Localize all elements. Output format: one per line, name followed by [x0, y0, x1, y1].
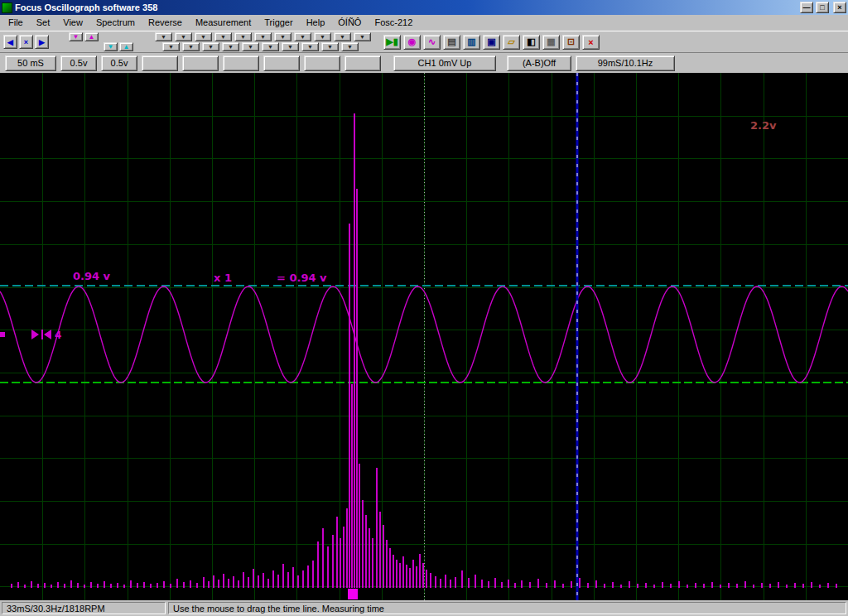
dropdown-a-7[interactable]: ▼ — [274, 32, 292, 41]
close-red-icon[interactable]: × — [582, 35, 600, 50]
param-slot-3[interactable] — [223, 55, 259, 71]
svg-text:4: 4 — [55, 330, 61, 341]
nav-group: ◀×▶ — [3, 35, 49, 49]
next-button[interactable]: ▶ — [35, 35, 49, 49]
dropdown-b-1[interactable]: ▼ — [162, 42, 180, 51]
app-window: Focus Oscillograph software 358 — □ × Fi… — [0, 0, 848, 616]
menu-item-file[interactable]: File — [2, 16, 30, 30]
dropdown-a-1[interactable]: ▼ — [155, 32, 172, 41]
toolbar-icon-group: ▶▮◉∿▤▥▣▱◧▦⊡× — [383, 35, 600, 50]
menu-item-set[interactable]: Set — [30, 16, 57, 30]
dropdown-a-4[interactable]: ▼ — [214, 32, 232, 41]
menu-item-trigger[interactable]: Trigger — [258, 16, 299, 30]
dropdown-a-8[interactable]: ▼ — [294, 32, 311, 41]
menu-item-fosc-212[interactable]: Fosc-212 — [368, 16, 419, 30]
scope-annotation-3: = 0.94 v — [277, 272, 327, 284]
param-slot-6[interactable] — [344, 55, 381, 71]
ch2-scale-up-button[interactable]: ▲ — [119, 42, 133, 51]
dropdown-row-2: ▼▼▼▼▼▼▼▼▼▼ — [162, 42, 371, 51]
prev-button[interactable]: ◀ — [3, 35, 17, 49]
scope-annotation-1: 0.94 v — [73, 270, 111, 282]
ch2-scale-down-button[interactable]: ▼ — [104, 42, 118, 51]
maximize-button[interactable]: □ — [816, 2, 829, 13]
dropdown-a-2[interactable]: ▼ — [175, 32, 192, 41]
dropdown-b-10[interactable]: ▼ — [341, 42, 359, 51]
menu-item-reverse[interactable]: Reverse — [142, 16, 189, 30]
param-measure[interactable]: 99mS/10.1Hz — [576, 55, 675, 71]
window-title: Focus Oscillograph software 358 — [15, 2, 797, 12]
stop-button[interactable]: × — [19, 35, 33, 49]
dropdown-b-5[interactable]: ▼ — [242, 42, 259, 51]
menu-item-measurement[interactable]: Measurement — [189, 16, 258, 30]
open-folder-icon[interactable]: ▱ — [503, 35, 520, 50]
dropdown-b-6[interactable]: ▼ — [262, 42, 279, 51]
status-measurement: 33mS/30.3Hz/1818RPM — [2, 602, 166, 614]
ch1-scale-down-button[interactable]: ▼ — [69, 32, 83, 41]
close-button[interactable]: × — [833, 2, 846, 13]
status-message: Use the mouse to drag the time line. Mea… — [168, 602, 846, 614]
dropdown-row-1: ▼▼▼▼▼▼▼▼▼▼▼ — [155, 32, 371, 41]
scope-annotation-2: x 1 — [214, 272, 232, 284]
dropdown-a-10[interactable]: ▼ — [334, 32, 351, 41]
ch1-scale-up-button[interactable]: ▲ — [84, 32, 99, 41]
panel-icon[interactable]: ▥ — [463, 35, 480, 50]
dropdown-b-2[interactable]: ▼ — [182, 42, 200, 51]
status-bar: 33mS/30.3Hz/1818RPM Use the mouse to dra… — [0, 600, 848, 616]
param-ch1-status[interactable]: CH1 0mV Up — [393, 55, 496, 71]
param-slot-4[interactable] — [263, 55, 300, 71]
param-ch2-volts[interactable]: 0.5v — [101, 55, 137, 71]
dropdown-group: ▼▼▼▼▼▼▼▼▼▼▼ ▼▼▼▼▼▼▼▼▼▼ — [155, 32, 371, 51]
dropdown-a-9[interactable]: ▼ — [314, 32, 331, 41]
channel-scale-group: ▼▲ ▼▲ — [69, 32, 133, 51]
title-bar: Focus Oscillograph software 358 — □ × — [0, 0, 848, 15]
dropdown-a-11[interactable]: ▼ — [354, 32, 371, 41]
waveform-icon[interactable]: ∿ — [423, 35, 441, 50]
toolbar: ◀×▶ ▼▲ ▼▲ ▼▼▼▼▼▼▼▼▼▼▼ ▼▼▼▼▼▼▼▼▼▼ ▶▮◉∿▤▥▣… — [0, 31, 848, 52]
contrast-icon[interactable]: ◧ — [523, 35, 540, 50]
dropdown-a-6[interactable]: ▼ — [254, 32, 272, 41]
menu-item-item[interactable]: ÓÍÑÔ — [331, 16, 368, 30]
dropdown-b-9[interactable]: ▼ — [321, 42, 339, 51]
tri-row-2: ▼▲ — [104, 42, 133, 51]
menu-bar: FileSetViewSpectrumReverseMeasurementTri… — [0, 15, 848, 31]
scope-display[interactable]: 40.94 vx 1= 0.94 v2.2v — [0, 73, 848, 600]
time-line-handle[interactable] — [348, 589, 358, 599]
scope-area[interactable]: 40.94 vx 1= 0.94 v2.2v — [0, 73, 848, 600]
param-ch1-volts[interactable]: 0.5v — [60, 55, 97, 71]
param-slot-1[interactable] — [142, 55, 178, 71]
dropdown-a-5[interactable]: ▼ — [234, 32, 252, 41]
param-slot-2[interactable] — [182, 55, 219, 71]
record-icon[interactable]: ◉ — [403, 35, 421, 50]
param-slot-5[interactable] — [304, 55, 340, 71]
dropdown-b-7[interactable]: ▼ — [282, 42, 299, 51]
minimize-button[interactable]: — — [800, 2, 813, 13]
grid-icon[interactable]: ▦ — [542, 35, 560, 50]
snapshot-icon[interactable]: ⊡ — [562, 35, 580, 50]
menu-item-spectrum[interactable]: Spectrum — [89, 16, 142, 30]
run-icon[interactable]: ▶▮ — [383, 35, 401, 50]
tri-row-1: ▼▲ — [69, 32, 133, 41]
parameter-bar: 50 mS0.5v0.5vCH1 0mV Up(A-B)Off99mS/10.1… — [0, 52, 848, 73]
dropdown-b-3[interactable]: ▼ — [202, 42, 219, 51]
menu-item-help[interactable]: Help — [300, 16, 332, 30]
save-icon[interactable]: ▣ — [483, 35, 500, 50]
param-timebase[interactable]: 50 mS — [5, 55, 56, 71]
table-icon[interactable]: ▤ — [443, 35, 460, 50]
scope-annotation-4: 2.2v — [750, 119, 777, 132]
dropdown-b-8[interactable]: ▼ — [301, 42, 319, 51]
param-ab-mode[interactable]: (A-B)Off — [507, 55, 571, 71]
menu-item-view[interactable]: View — [56, 16, 89, 30]
dropdown-b-4[interactable]: ▼ — [222, 42, 239, 51]
dropdown-a-3[interactable]: ▼ — [195, 32, 212, 41]
app-icon — [2, 2, 12, 13]
